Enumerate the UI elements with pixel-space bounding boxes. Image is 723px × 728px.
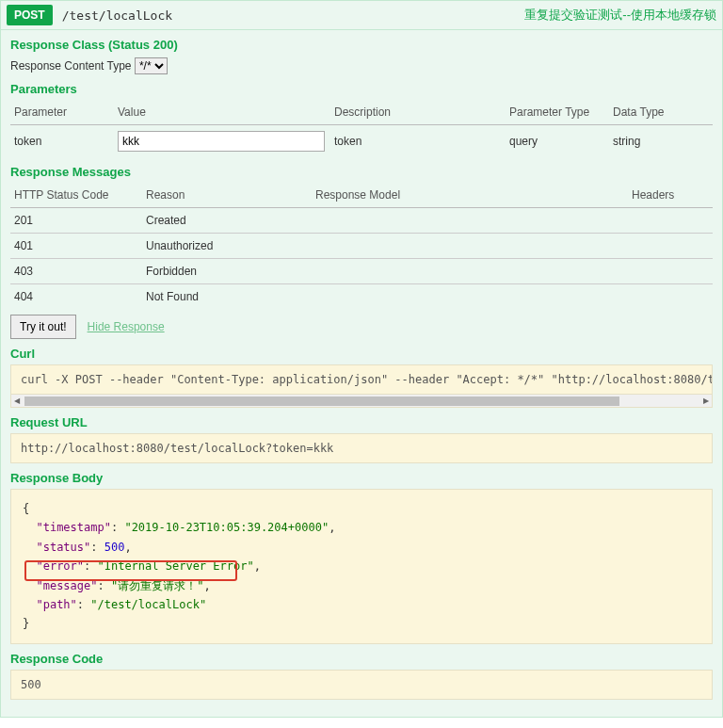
http-method-badge: POST bbox=[7, 5, 53, 25]
response-code-box[interactable]: 500 bbox=[10, 670, 713, 700]
response-message-row: 404 Not Found bbox=[10, 284, 713, 310]
response-message-row: 201 Created bbox=[10, 208, 713, 234]
request-url-title: Request URL bbox=[10, 415, 713, 429]
content-type-select[interactable]: */* bbox=[135, 57, 168, 74]
curl-title: Curl bbox=[10, 347, 713, 361]
parameters-table: Parameter Value Description Parameter Ty… bbox=[10, 100, 713, 157]
col-response-model: Response Model bbox=[312, 183, 628, 208]
endpoint-summary: 重复提交验证测试--使用本地缓存锁 bbox=[524, 7, 716, 24]
response-message-row: 401 Unauthorized bbox=[10, 234, 713, 259]
param-type: query bbox=[506, 125, 609, 158]
col-parameter-type: Parameter Type bbox=[506, 100, 609, 125]
status-code: 401 bbox=[10, 234, 142, 259]
scrollbar-thumb[interactable] bbox=[24, 396, 619, 406]
status-reason: Not Found bbox=[142, 284, 312, 310]
try-it-out-button[interactable]: Try it out! bbox=[10, 315, 76, 339]
status-reason: Created bbox=[142, 208, 312, 234]
json-error: Internal Server Error bbox=[104, 559, 248, 573]
parameter-row: token token query string bbox=[10, 125, 713, 158]
response-body-title: Response Body bbox=[10, 471, 713, 485]
json-path: /test/localLock bbox=[98, 598, 200, 611]
col-data-type: Data Type bbox=[609, 100, 713, 125]
parameters-title: Parameters bbox=[10, 82, 713, 96]
response-messages-table: HTTP Status Code Reason Response Model H… bbox=[10, 183, 713, 309]
content-type-row: Response Content Type */* bbox=[10, 57, 713, 74]
json-message: 请勿重复请求！ bbox=[118, 579, 197, 592]
content-type-label: Response Content Type bbox=[10, 59, 132, 73]
response-body-box[interactable]: { "timestamp": "2019-10-23T10:05:39.204+… bbox=[10, 489, 713, 644]
json-status: 500 bbox=[104, 541, 125, 554]
status-code: 201 bbox=[10, 208, 142, 234]
api-operation-panel: POST /test/localLock 重复提交验证测试--使用本地缓存锁 R… bbox=[0, 0, 723, 718]
status-reason: Unauthorized bbox=[142, 234, 312, 259]
col-status-code: HTTP Status Code bbox=[10, 183, 142, 208]
status-reason: Forbidden bbox=[142, 259, 312, 284]
json-timestamp: 2019-10-23T10:05:39.204+0000 bbox=[132, 521, 322, 534]
scroll-left-icon[interactable]: ◀ bbox=[14, 396, 20, 405]
hide-response-link[interactable]: Hide Response bbox=[88, 320, 165, 333]
status-code: 404 bbox=[10, 284, 142, 310]
param-name: token bbox=[10, 125, 114, 158]
endpoint-path: /test/localLock bbox=[62, 8, 172, 23]
scroll-right-icon[interactable]: ▶ bbox=[703, 396, 709, 405]
response-message-row: 403 Forbidden bbox=[10, 259, 713, 284]
col-reason: Reason bbox=[142, 183, 312, 208]
response-class-title: Response Class (Status 200) bbox=[10, 38, 713, 52]
param-value-input[interactable] bbox=[118, 131, 325, 152]
col-description: Description bbox=[330, 100, 506, 125]
curl-box[interactable]: curl -X POST --header "Content-Type: app… bbox=[10, 364, 713, 395]
col-value: Value bbox=[114, 100, 330, 125]
status-code: 403 bbox=[10, 259, 142, 284]
param-description: token bbox=[330, 125, 506, 158]
col-parameter: Parameter bbox=[10, 100, 114, 125]
curl-scrollbar[interactable]: ◀ ▶ bbox=[10, 395, 713, 408]
operation-header[interactable]: POST /test/localLock 重复提交验证测试--使用本地缓存锁 bbox=[1, 1, 722, 30]
response-messages-title: Response Messages bbox=[10, 165, 713, 179]
col-headers: Headers bbox=[628, 183, 713, 208]
request-url-box[interactable]: http://localhost:8080/test/localLock?tok… bbox=[10, 433, 713, 463]
response-code-title: Response Code bbox=[10, 652, 713, 666]
param-data-type: string bbox=[609, 125, 713, 158]
